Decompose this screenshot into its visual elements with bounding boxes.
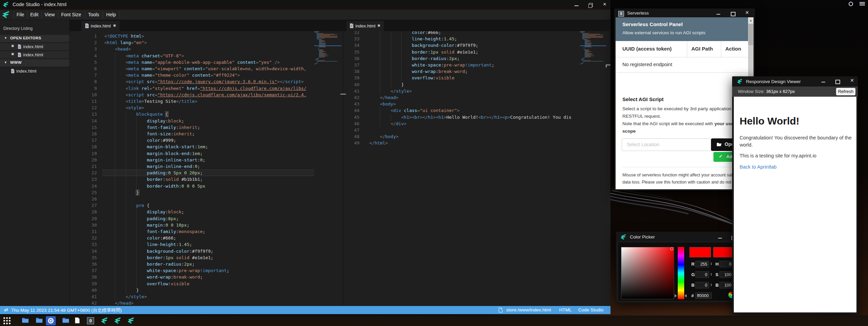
taskbar-icon-folder[interactable] (22, 317, 29, 324)
menu-item-edit[interactable]: Edit (27, 10, 41, 20)
line-number: 45 (343, 114, 359, 120)
taskbar-icon-folder[interactable] (62, 317, 69, 324)
editor-pane-2[interactable]: 32 color:#666;33 line-height:1.45;34 bac… (343, 20, 610, 306)
minimap-line (322, 57, 324, 57)
sync-status-icon[interactable] (849, 2, 853, 6)
sidebar-item-index.html[interactable]: index.html (0, 68, 70, 75)
minimap-line (587, 33, 589, 34)
r-input[interactable]: 255 (695, 261, 709, 267)
minimap-line (318, 58, 319, 58)
sidebar-section-www[interactable]: ▼WWW (0, 59, 70, 66)
saturation-value-field[interactable] (621, 247, 674, 299)
minimap-line (582, 58, 585, 59)
minimap[interactable] (580, 31, 606, 69)
hue-slider[interactable] (678, 247, 684, 299)
menu-item-help[interactable]: Help (103, 10, 120, 20)
sync-arrows-icon[interactable]: ⇄ (4, 307, 8, 312)
status-file-path[interactable]: store:/www/index.html (506, 307, 551, 312)
minimap-line (582, 36, 586, 36)
tab-index-html-2[interactable]: index.html ✖ (347, 21, 384, 31)
minimize-button[interactable] (716, 12, 722, 17)
sidebar-item-index.html[interactable]: ✖index.html (0, 51, 70, 58)
menu-item-font-size[interactable]: Font Size (58, 10, 85, 20)
indent-guide (391, 49, 391, 56)
minimap-line (582, 62, 584, 62)
code-line: margin:0 0 10px; (104, 222, 314, 229)
select-location-input[interactable]: Select Location (622, 138, 711, 151)
taskbar-icon-zero-app[interactable]: 0 (87, 317, 94, 324)
minimize-button[interactable] (574, 3, 580, 8)
minimap-line (590, 45, 591, 45)
hue-input[interactable]: 0 (720, 261, 733, 267)
minimap-line (322, 41, 325, 42)
status-app-name[interactable]: Code Studio (578, 307, 603, 312)
close-button[interactable]: ✕ (602, 2, 607, 7)
indent-guide (126, 228, 126, 235)
saturation-input[interactable]: 100 (720, 271, 733, 278)
status-time[interactable]: Thu May 11 2023 21:54:48 GMT+0800 (台北標準時… (11, 307, 122, 313)
close-icon[interactable]: ✖ (11, 44, 14, 48)
code-line: padding:0 5px 0 20px; (104, 170, 314, 176)
page-link[interactable]: Back to Aprintlab (740, 164, 777, 170)
taskbar-icon-code-studio[interactable] (114, 317, 122, 324)
minimize-button[interactable] (821, 80, 827, 85)
editor-pane-1[interactable]: 1<!DOCTYPE html>2<html lang="en">3 <head… (70, 20, 343, 306)
line-number: 1 (70, 33, 97, 39)
menu-item-view[interactable]: View (41, 10, 58, 20)
hue-marker-left[interactable] (675, 294, 677, 298)
previous-color-swatch (713, 247, 735, 257)
brightness-input[interactable]: 100 (720, 282, 733, 288)
tab-close-icon[interactable]: ✖ (377, 24, 380, 27)
taskbar-icon-code-studio[interactable] (101, 317, 108, 324)
stepper-icon[interactable]: ▲▼ (710, 283, 713, 287)
maximize-button[interactable] (835, 79, 840, 84)
line-number: 9 (70, 85, 97, 92)
b-input[interactable]: 0 (695, 282, 709, 288)
minimap-line (320, 34, 334, 34)
tab-index-html-1[interactable]: index.html ✖ (82, 21, 120, 31)
stepper-icon[interactable]: ▲▼ (710, 262, 713, 266)
menu-icon[interactable] (860, 2, 865, 6)
sidebar-section-open-editors[interactable]: ▼OPEN EDITORS (0, 35, 70, 42)
refresh-button[interactable]: Refresh (836, 88, 855, 95)
panel-title: Serverless Control Panel (622, 21, 683, 27)
line-number: 38 (343, 68, 359, 75)
status-language[interactable]: HTML (559, 307, 572, 312)
taskbar-icon-document[interactable] (75, 317, 82, 324)
scrollbar-up-arrow[interactable]: ▲ (748, 17, 754, 23)
taskbar-icon-folder[interactable] (36, 317, 43, 324)
taskbar-icon-media-disc[interactable] (47, 317, 54, 324)
minimap-line (587, 54, 592, 55)
maximize-button[interactable] (730, 11, 736, 17)
g-input[interactable]: 0 (695, 271, 709, 278)
indent-guide (126, 176, 126, 183)
window-title: Code Studio - index.html (13, 2, 67, 7)
tab-close-icon[interactable]: ✖ (113, 24, 116, 27)
hue-marker-right[interactable] (685, 294, 687, 298)
stepper-icon[interactable]: ▲▼ (710, 273, 713, 276)
close-button[interactable]: ✕ (849, 78, 855, 83)
minimap-line (319, 41, 322, 41)
b-label: B (691, 283, 694, 288)
restore-button[interactable] (588, 2, 594, 8)
taskbar-icon-app-grid[interactable] (3, 317, 11, 324)
minimap-line (320, 37, 337, 38)
hex-input[interactable]: ff0000 (695, 292, 712, 299)
serverless-header: Serverless Control Panel Allow external … (616, 17, 748, 41)
line-number: 34 (70, 248, 97, 254)
scrollbar-thumb[interactable] (748, 24, 753, 45)
minimap-line (321, 50, 323, 50)
menu-item-tools[interactable]: Tools (85, 10, 103, 20)
code-line: blockquote { (104, 111, 314, 118)
indent-guide (136, 261, 137, 268)
minimize-button[interactable] (718, 236, 723, 241)
indent-guide (391, 62, 391, 69)
minimap[interactable] (314, 31, 341, 69)
close-icon[interactable]: ✖ (11, 52, 14, 56)
menu-item-file[interactable]: File (14, 10, 27, 20)
minimap-line (582, 33, 587, 34)
sidebar-item-index.html[interactable]: ✖index.html (0, 43, 70, 50)
close-button[interactable]: ✕ (744, 10, 750, 15)
code-line: border:1px solid #e1e1e1; (104, 254, 314, 261)
taskbar-icon-code-studio[interactable] (128, 317, 135, 324)
